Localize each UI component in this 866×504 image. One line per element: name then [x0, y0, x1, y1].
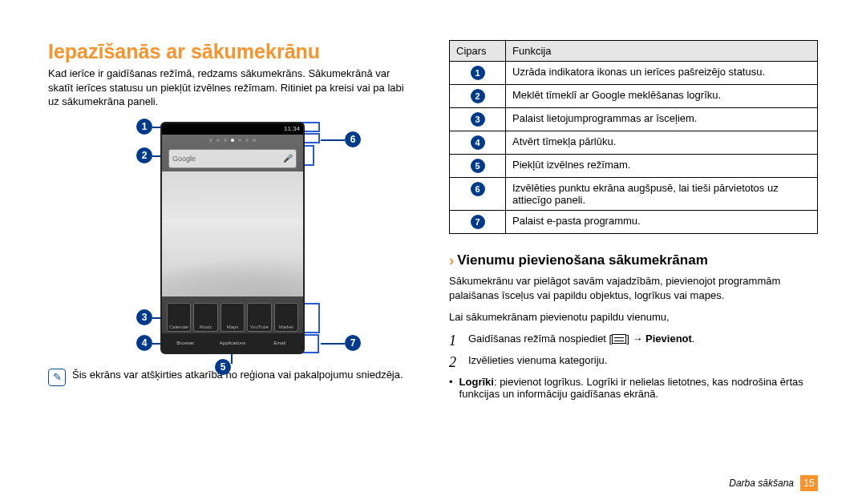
subsection-title: Vienumu pievienošana sākumekrānam [457, 252, 707, 268]
rownum: 7 [471, 215, 485, 229]
rownum: 4 [471, 135, 485, 150]
rowfunc: Palaist e-pasta programmu. [506, 211, 818, 234]
footer-page-number: 15 [800, 475, 818, 491]
dock-item: Browser [162, 341, 209, 345]
search-placeholder: Google [172, 155, 196, 163]
callout-6: 6 [345, 131, 361, 147]
step-number: 2 [449, 354, 462, 371]
rownum: 3 [471, 112, 485, 127]
bullet-dot: • [449, 376, 455, 400]
note-text: Šis ekrāns var atšķirties atkarībā no re… [72, 369, 403, 381]
callout-3: 3 [136, 309, 152, 325]
th-number: Cipars [450, 41, 506, 62]
dock-item: Email [256, 341, 303, 345]
panel-dots [162, 135, 303, 146]
wallpaper [162, 171, 303, 296]
search-widget: Google 🎤 [168, 149, 297, 168]
section-arrow-icon: › [449, 252, 454, 269]
bullet-text: Logrīki: pievienot logrīkus. Logrīki ir … [459, 376, 818, 400]
step-text: Izvēlieties vienuma kategoriju. [468, 354, 607, 366]
step-number: 1 [449, 333, 462, 349]
rowfunc: Izvēlēties punktu ekrāna augšpusē, lai t… [506, 178, 818, 211]
th-function: Funkcija [506, 41, 818, 62]
page-footer: Darba sākšana 15 [729, 475, 818, 491]
device-statusbar: 11:34 [162, 123, 303, 135]
rownum: 5 [471, 159, 485, 173]
device-figure: 1 2 3 4 5 6 7 11:34 Google 🎤 [48, 122, 417, 354]
callout-7: 7 [345, 335, 361, 351]
rowfunc: Piekļūt izvēlnes režīmam. [506, 155, 818, 178]
note-icon: ✎ [48, 369, 66, 386]
dock-item: Applications [209, 341, 257, 345]
page-title: Iepazīšanās ar sākumekrānu [48, 40, 417, 63]
rowfunc: Uzrāda indikatora ikonas un ierīces pašr… [506, 62, 818, 85]
callout-5: 5 [215, 359, 231, 375]
rownum: 1 [471, 66, 485, 80]
callout-2: 2 [136, 147, 152, 163]
callout-line [321, 139, 345, 141]
intro-text: Kad ierīce ir gaidīšanas režīmā, redzams… [48, 67, 417, 109]
subsection-p1: Sākumekrānu var pielāgot savām vajadzībā… [449, 274, 818, 302]
callout-1: 1 [136, 119, 152, 135]
app-shortcut: Market [274, 303, 298, 332]
app-shortcut-row: Calendar Music Maps YouTube Market [167, 303, 298, 332]
callout-line [231, 354, 233, 364]
app-shortcut: YouTube [247, 303, 271, 332]
app-shortcut: Calendar [167, 303, 191, 332]
function-table: Cipars Funkcija 1Uzrāda indikatora ikona… [449, 40, 818, 234]
dock-row: Browser Applications Email [162, 333, 303, 353]
callout-line [321, 343, 345, 345]
rowfunc: Atvērt tīmekļa pārlūku. [506, 131, 818, 155]
rownum: 6 [471, 182, 485, 196]
subsection-p2: Lai sākumekrānam pievienotu papildu vien… [449, 310, 818, 325]
rowfunc: Palaist lietojumprogrammas ar īsceļiem. [506, 108, 818, 131]
footer-section: Darba sākšana [729, 478, 794, 489]
device-mock: 11:34 Google 🎤 Calendar Music Maps YouTu… [160, 122, 305, 354]
callout-4: 4 [136, 335, 152, 351]
menu-key-icon [612, 334, 626, 344]
rowfunc: Meklēt tīmeklī ar Google meklēšanas logr… [506, 85, 818, 108]
mic-icon: 🎤 [283, 154, 293, 163]
app-shortcut: Music [193, 303, 217, 332]
step-text: Gaidīšanas režīmā nospiediet [] → Pievie… [468, 333, 694, 345]
rownum: 2 [471, 89, 485, 103]
app-shortcut: Maps [221, 303, 245, 332]
